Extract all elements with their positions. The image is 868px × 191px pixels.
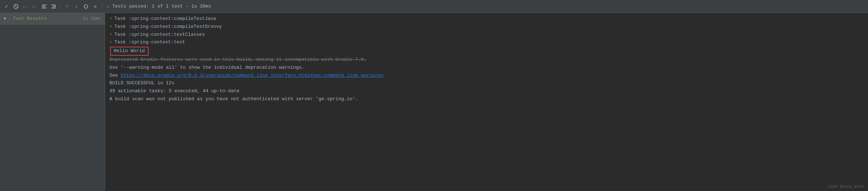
console-line-hello: Hello World [109,47,864,56]
test-results-header: ▼ ✓ Test Results 1s 30ms [0,13,105,25]
left-panel: ▼ ✓ Test Results 1s 30ms [0,13,105,191]
check-icon[interactable]: ✓ [3,3,10,10]
hello-world-text: Hello World [114,48,145,54]
more-options-icon[interactable]: » [92,3,99,10]
console-line-1: > Task :spring-context:compileTestJava [109,15,864,23]
task-text-3: Task :spring-context:testClasses [114,31,205,39]
console-line-4: > Task :spring-context:test [109,39,864,46]
warning-text: Use '--warning-mode all' to show the ind… [109,64,304,72]
console-line-scan: A build scan was not published as you ha… [109,96,864,103]
svg-rect-8 [53,6,56,7]
test-time-badge: 1s 30ms [83,16,101,21]
svg-rect-7 [51,5,56,5]
svg-rect-4 [42,5,46,5]
scan-text: A build scan was not published as you ha… [109,96,358,103]
align-left-icon[interactable] [41,3,48,10]
console-line-2: > Task :spring-context:compileTestGroovy [109,23,864,31]
arrow-icon-4: > [109,39,112,46]
svg-text:₂↓: ₂↓ [32,5,36,9]
arrow-icon-2: > [109,23,112,31]
console-line-build: BUILD SUCCESSFUL in 12s [109,80,864,87]
status-check-icon: ✓ [107,3,110,10]
console-line-deprecated: Deprecated Gradle features were used in … [109,56,864,64]
test-status: ✓ Tests passed: 1 of 1 test – 1s 30ms [107,3,211,10]
main-content: ▼ ✓ Test Results 1s 30ms > Task :spring-… [0,13,868,191]
status-text: Tests passed: 1 of 1 test – 1s 30ms [112,4,211,9]
svg-rect-5 [42,6,45,7]
toolbar: ✓ ₁↓ ₂↓ ↑ ↓ » ✓ Te [0,0,868,13]
task-text-4: Task :spring-context:test [114,39,185,46]
rerun-icon[interactable] [82,3,89,10]
gradle-docs-link[interactable]: https://docs.gradle.org/6.8.3/userguide/… [121,72,384,80]
arrow-icon-1: > [109,15,112,23]
sort-desc-icon[interactable]: ₂↓ [31,3,38,10]
svg-rect-9 [51,8,56,8]
pass-check-icon: ✓ [8,16,11,22]
svg-rect-6 [42,8,46,8]
task-text-1: Task :spring-context:compileTestJava [114,15,216,23]
align-right-icon[interactable] [50,3,57,10]
svg-line-1 [15,5,17,8]
sort-asc-icon[interactable]: ₁↓ [22,3,29,10]
arrow-icon-3: > [109,31,112,39]
svg-text:₁↓: ₁↓ [23,5,27,9]
console-line-tasks: 49 actionable tasks: 5 executed, 44 up-t… [109,88,864,95]
console-line-warning: Use '--warning-mode all' to show the ind… [109,64,864,72]
deprecated-text: Deprecated Gradle features were used in … [109,56,367,64]
expand-arrow-icon[interactable]: ▼ [4,17,6,21]
tasks-text: 49 actionable tasks: 5 executed, 44 up-t… [109,88,239,95]
build-success-text: BUILD SUCCESSFUL in 12s [109,80,174,87]
console-line-3: > Task :spring-context:testClasses [109,31,864,39]
task-text-2: Task :spring-context:compileTestGroovy [114,23,222,31]
separator-2 [102,3,102,10]
test-results-label: ✓ Test Results [8,16,81,22]
console-output: > Task :spring-context:compileTestJava >… [105,13,868,191]
scroll-down-icon[interactable]: ↓ [73,3,80,10]
console-line-see: See https://docs.gradle.org/6.8.3/usergu… [109,72,864,80]
watermark: CSDN @Zong_0915 [828,184,864,189]
see-prefix: See [109,72,121,80]
svg-marker-10 [84,7,85,8]
separator-1 [60,3,60,10]
stop-icon[interactable] [12,3,20,10]
scroll-up-icon[interactable]: ↑ [63,3,71,10]
